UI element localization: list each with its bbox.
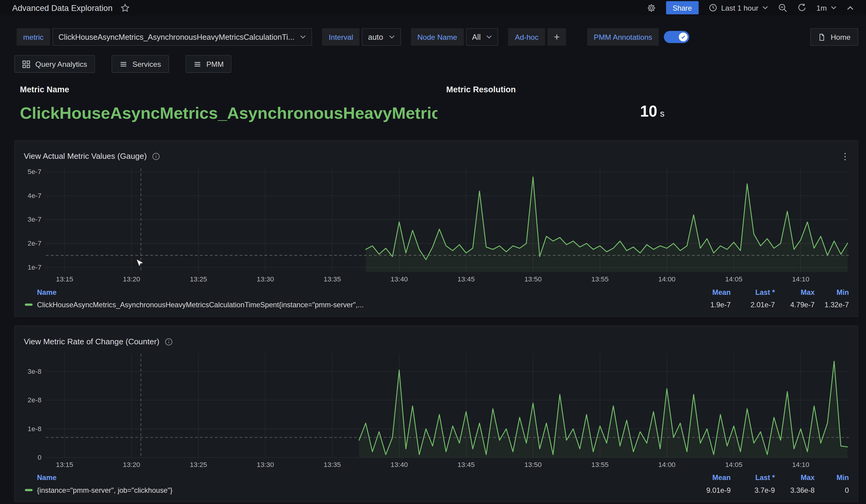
metric-resolution-value: 10s (446, 103, 858, 120)
legend-col-last[interactable]: Last * (731, 288, 775, 296)
svg-text:14:05: 14:05 (725, 461, 742, 469)
interval-select-value: auto (368, 33, 383, 41)
svg-text:13:55: 13:55 (591, 461, 609, 469)
legend-col-name[interactable]: Name (37, 288, 686, 296)
chevron-down-icon (300, 35, 306, 39)
svg-text:13:40: 13:40 (390, 461, 408, 469)
chevron-down-icon (831, 5, 837, 10)
apps-grid-icon (22, 60, 30, 68)
toggle-knob (679, 33, 688, 41)
share-button[interactable]: Share (666, 1, 699, 14)
settings-gear-icon[interactable] (647, 3, 656, 12)
collapse-chevron-up-icon[interactable] (846, 5, 854, 10)
chevron-down-icon (389, 35, 395, 39)
svg-text:4e-7: 4e-7 (27, 192, 41, 199)
legend-col-min[interactable]: Min (815, 288, 849, 296)
favorite-star-icon[interactable] (120, 3, 130, 12)
metric-resolution-heading: Metric Resolution (446, 84, 858, 94)
resolution-number: 10 (640, 103, 657, 119)
screen: Advanced Data Exploration Share Last 1 h… (0, 0, 866, 504)
svg-text:14:00: 14:00 (658, 461, 676, 469)
series-last-value: 2.01e-7 (731, 300, 775, 309)
svg-text:13:50: 13:50 (524, 275, 542, 283)
svg-text:13:15: 13:15 (56, 461, 73, 469)
svg-text:14:10: 14:10 (792, 275, 810, 283)
interval-select[interactable]: auto (362, 28, 401, 46)
svg-text:13:50: 13:50 (524, 461, 542, 469)
legend-col-max[interactable]: Max (775, 288, 815, 296)
adhoc-filter-label: Ad-hoc (508, 28, 545, 46)
pmm-annotations-toggle[interactable] (664, 31, 689, 43)
svg-text:2e-7: 2e-7 (27, 239, 41, 247)
refresh-icon[interactable] (798, 3, 807, 12)
panel-header: View Actual Metric Values (Gauge) ⋮ (20, 145, 854, 166)
svg-text:13:35: 13:35 (324, 461, 341, 469)
svg-text:13:40: 13:40 (390, 275, 408, 283)
top-nav-bar: Advanced Data Exploration Share Last 1 h… (0, 0, 866, 15)
panel-metric-rate-of-change: View Metric Rate of Change (Counter) 13:… (14, 325, 858, 502)
svg-text:13:25: 13:25 (190, 275, 207, 283)
legend-header: Name Mean Last * Max Min (20, 286, 854, 297)
legend-col-name[interactable]: Name (37, 473, 686, 482)
dashboard-controls-row: metric ClickHouseAsyncMetrics_Asynchrono… (17, 27, 858, 46)
series-name[interactable]: ClickHouseAsyncMetrics_AsynchronousHeavy… (37, 300, 686, 309)
svg-text:13:30: 13:30 (257, 275, 274, 283)
node-name-select[interactable]: All (466, 28, 498, 46)
svg-text:1e-8: 1e-8 (27, 425, 41, 433)
svg-text:5e-7: 5e-7 (27, 168, 41, 175)
legend-row: {instance="pmm-server", job="clickhouse"… (20, 483, 854, 497)
metric-select-value: ClickHouseAsyncMetrics_AsynchronousHeavy… (58, 33, 295, 41)
time-range-picker[interactable]: Last 1 hour (708, 3, 768, 12)
metric-select[interactable]: ClickHouseAsyncMetrics_AsynchronousHeavy… (52, 28, 312, 46)
series-color-swatch (25, 303, 33, 306)
series-min-value: 0 (815, 486, 849, 494)
query-analytics-button[interactable]: Query Analytics (14, 55, 95, 73)
panel-title[interactable]: View Actual Metric Values (Gauge) (24, 152, 147, 161)
home-button[interactable]: Home (810, 28, 858, 46)
legend-col-min[interactable]: Min (815, 473, 849, 482)
info-icon[interactable] (152, 152, 160, 160)
metric-variable-label: metric (17, 28, 50, 46)
grafana-dashboard: Advanced Data Exploration Share Last 1 h… (0, 0, 866, 504)
dashboard-title[interactable]: Advanced Data Exploration (12, 3, 112, 12)
pmm-button[interactable]: PMM (185, 55, 232, 73)
svg-text:13:45: 13:45 (457, 275, 475, 283)
refresh-interval-picker[interactable]: 1m (817, 4, 837, 12)
document-icon (818, 33, 825, 41)
metric-name-heading: Metric Name (20, 84, 440, 94)
zoom-out-icon[interactable] (778, 3, 788, 12)
series-mean-value: 1.9e-7 (686, 300, 731, 309)
svg-text:13:20: 13:20 (123, 461, 140, 469)
panel-menu-kebab-icon[interactable]: ⋮ (839, 150, 851, 162)
svg-text:13:15: 13:15 (56, 275, 73, 283)
svg-text:14:00: 14:00 (658, 275, 676, 283)
legend-col-mean[interactable]: Mean (686, 288, 731, 296)
svg-text:14:10: 14:10 (792, 461, 810, 469)
time-series-chart-gauge[interactable]: 13:1513:2013:2513:3013:3513:4013:4513:50… (20, 166, 854, 285)
svg-text:2e-8: 2e-8 (27, 396, 41, 404)
series-min-value: 1.32e-7 (815, 300, 849, 309)
svg-text:3e-8: 3e-8 (27, 367, 41, 375)
info-icon[interactable] (164, 337, 173, 345)
svg-text:3e-7: 3e-7 (27, 215, 41, 223)
legend-row: ClickHouseAsyncMetrics_AsynchronousHeavy… (20, 298, 854, 312)
legend-col-mean[interactable]: Mean (686, 473, 731, 482)
panel-header: View Metric Rate of Change (Counter) (20, 331, 854, 352)
refresh-interval-label: 1m (817, 4, 827, 12)
add-adhoc-filter-button[interactable]: + (547, 28, 566, 46)
legend-col-last[interactable]: Last * (731, 473, 775, 482)
series-mean-value: 9.01e-9 (686, 486, 731, 494)
legend-col-max[interactable]: Max (775, 473, 815, 482)
pmm-label: PMM (206, 60, 224, 68)
metric-info-section: Metric Name ClickHouseAsyncMetrics_Async… (14, 84, 858, 122)
panel-actual-metric-values: View Actual Metric Values (Gauge) ⋮ 13:1… (14, 140, 858, 317)
clock-icon (708, 3, 717, 12)
services-button[interactable]: Services (112, 55, 169, 73)
panel-title[interactable]: View Metric Rate of Change (Counter) (24, 337, 159, 346)
node-name-variable-label: Node Name (411, 28, 464, 46)
series-name[interactable]: {instance="pmm-server", job="clickhouse"… (37, 486, 686, 494)
pmm-annotations-label: PMM Annotations (587, 28, 659, 46)
home-button-label: Home (831, 33, 851, 41)
time-series-chart-counter[interactable]: 13:1513:2013:2513:3013:3513:4013:4513:50… (20, 352, 854, 471)
resolution-unit: s (660, 109, 665, 118)
